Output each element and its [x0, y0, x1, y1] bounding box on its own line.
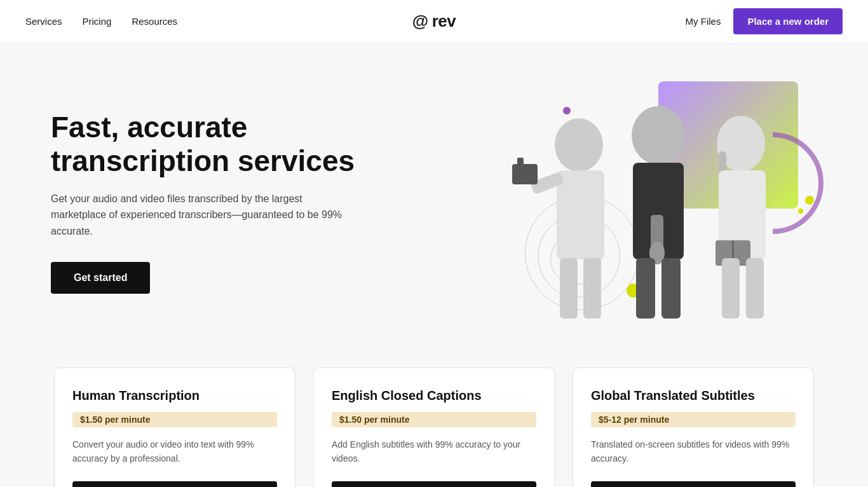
card-description-1: Add English subtitles with 99% accuracy … — [332, 437, 536, 466]
svg-rect-18 — [722, 258, 740, 319]
get-started-button[interactable]: Get started — [51, 262, 150, 294]
place-order-button[interactable]: Place a new order — [733, 8, 843, 34]
service-card-global-translated-subtitles: Global Translated Subtitles $5-12 per mi… — [573, 367, 814, 487]
svg-rect-1 — [557, 170, 604, 259]
card-description-0: Convert your audio or video into text wi… — [72, 437, 277, 466]
card-title-2: Global Translated Subtitles — [591, 388, 796, 403]
hero-people-illustration — [493, 88, 804, 323]
svg-rect-12 — [661, 258, 681, 319]
nav-right: My Files Place a new order — [686, 8, 843, 34]
card-order-button-2[interactable]: Place your order — [591, 481, 796, 487]
svg-rect-5 — [560, 258, 578, 319]
nav-resources[interactable]: Resources — [132, 16, 177, 27]
logo-name: rev — [432, 11, 456, 31]
hero-content: Fast, accurate transcription services Ge… — [51, 111, 381, 294]
card-title-1: English Closed Captions — [332, 388, 536, 403]
svg-point-0 — [555, 118, 603, 172]
nav-left: Services Pricing Resources — [25, 16, 177, 27]
card-order-button-0[interactable]: Place your order — [72, 481, 277, 487]
svg-rect-3 — [512, 164, 538, 184]
card-price-0: $1.50 per minute — [72, 412, 277, 427]
svg-rect-4 — [517, 158, 524, 165]
service-card-english-closed-captions: English Closed Captions $1.50 per minute… — [313, 367, 555, 487]
hero-section: Fast, accurate transcription services Ge… — [0, 43, 868, 348]
my-files-link[interactable]: My Files — [686, 16, 721, 27]
svg-rect-11 — [636, 258, 655, 319]
card-order-button-1[interactable]: Place your order — [332, 481, 536, 487]
logo[interactable]: @ rev — [412, 11, 456, 31]
dot-green-right — [805, 196, 814, 205]
svg-rect-6 — [583, 258, 601, 319]
hero-subtitle: Get your audio and video files transcrib… — [51, 191, 343, 240]
card-price-2: $5-12 per minute — [591, 412, 796, 427]
card-title-0: Human Transcription — [72, 388, 277, 403]
hero-title: Fast, accurate transcription services — [51, 111, 381, 178]
navbar: Services Pricing Resources @ rev My File… — [0, 0, 868, 43]
svg-rect-19 — [746, 258, 764, 319]
service-card-human-transcription: Human Transcription $1.50 per minute Con… — [54, 367, 295, 487]
card-description-2: Translated on-screen subtitles for video… — [591, 437, 796, 466]
svg-point-7 — [632, 106, 685, 165]
hero-image-area — [487, 81, 817, 323]
nav-services[interactable]: Services — [25, 16, 62, 27]
nav-pricing[interactable]: Pricing — [83, 16, 112, 27]
cards-section: Human Transcription $1.50 per minute Con… — [0, 348, 868, 487]
logo-at-symbol: @ — [412, 11, 428, 31]
card-price-1: $1.50 per minute — [332, 412, 536, 427]
